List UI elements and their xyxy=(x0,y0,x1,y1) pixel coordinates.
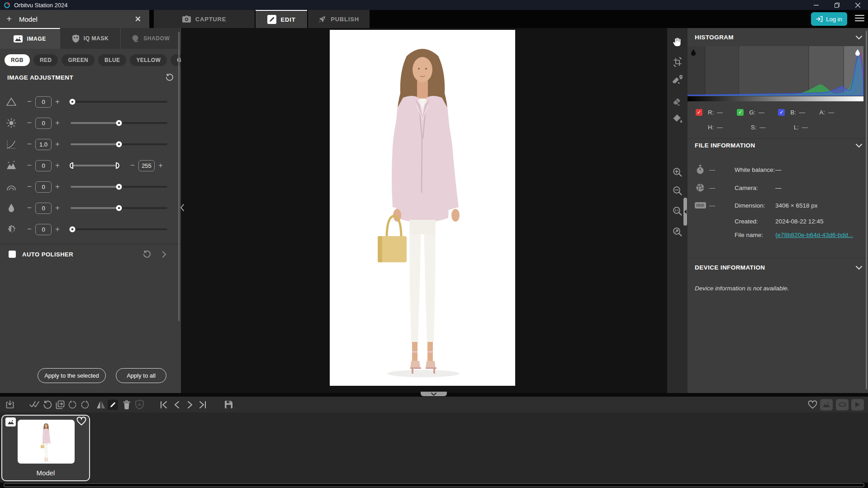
rotation-view-button[interactable] xyxy=(836,399,849,410)
import-button[interactable] xyxy=(5,399,15,410)
gamma-value-field[interactable]: 1.0 xyxy=(35,139,52,150)
delete-button[interactable] xyxy=(121,399,132,410)
thumbnail-favorite-icon[interactable] xyxy=(76,417,86,426)
hue-slider[interactable] xyxy=(71,186,167,188)
levels-max-field[interactable]: 255 xyxy=(138,160,155,171)
file-name-link[interactable]: {e78b820e-b64d-43d6-bdd... xyxy=(775,232,853,238)
histogram-collapse-icon[interactable] xyxy=(856,36,862,39)
flip-horizontal-button[interactable] xyxy=(95,399,106,410)
rotate-cw-button[interactable] xyxy=(80,399,90,410)
channel-red[interactable]: RED xyxy=(33,54,58,66)
brightness-value-field[interactable]: 0 xyxy=(35,118,52,129)
contrast-increase-button[interactable]: + xyxy=(52,225,62,234)
filmstrip-collapse-handle[interactable] xyxy=(421,392,447,396)
contrast-slider[interactable] xyxy=(71,228,167,230)
menu-icon[interactable] xyxy=(855,15,864,21)
first-image-button[interactable] xyxy=(158,399,169,410)
login-button[interactable]: Log in xyxy=(811,12,847,26)
levels-max-handle[interactable] xyxy=(116,162,119,169)
levels-min-field[interactable]: 0 xyxy=(35,160,52,171)
last-image-button[interactable] xyxy=(197,399,208,410)
saturation-value-field[interactable]: 0 xyxy=(35,203,52,214)
blue-channel-checkbox[interactable]: ✓ xyxy=(778,109,785,116)
zoom-in-button[interactable] xyxy=(671,166,684,179)
levels-range-slider[interactable] xyxy=(71,165,119,166)
reset-auto-polisher-icon[interactable] xyxy=(143,250,151,258)
tab-edit[interactable]: EDIT xyxy=(256,10,307,28)
reset-image-button[interactable] xyxy=(42,399,53,410)
thumbnail-model[interactable]: Model xyxy=(1,415,90,481)
tab-image[interactable]: IMAGE xyxy=(0,28,60,49)
tab-shadow[interactable]: SHADOW xyxy=(121,28,181,49)
tab-iq-mask[interactable]: IQ MASK xyxy=(60,28,120,49)
hue-decrease-button[interactable]: − xyxy=(24,182,34,191)
duplicate-button[interactable] xyxy=(55,399,66,410)
zoom-actual-size-button[interactable]: 1:1 xyxy=(671,205,684,218)
rotate-ccw-button[interactable] xyxy=(67,399,78,410)
minimize-button[interactable] xyxy=(806,0,826,10)
contrast-value-field[interactable]: 0 xyxy=(35,224,52,235)
presentation-view-button[interactable] xyxy=(851,399,864,410)
levels-min-increase-button[interactable]: + xyxy=(52,161,62,170)
right-panel-scrollbar[interactable] xyxy=(866,31,867,389)
sharpen-increase-button[interactable]: + xyxy=(52,97,62,106)
channel-green[interactable]: GREEN xyxy=(62,54,95,66)
levels-min-decrease-button[interactable]: − xyxy=(24,161,34,170)
file-information-collapse-icon[interactable] xyxy=(856,144,862,147)
hue-increase-button[interactable]: + xyxy=(52,182,62,191)
saturation-decrease-button[interactable]: − xyxy=(24,204,34,213)
select-all-button[interactable] xyxy=(29,399,40,410)
ai-mask-button[interactable]: AI xyxy=(134,399,145,410)
pan-tool-button[interactable] xyxy=(671,35,684,48)
apply-to-all-button[interactable]: Apply to all xyxy=(116,368,166,383)
green-channel-checkbox[interactable]: ✓ xyxy=(737,109,744,116)
sharpen-decrease-button[interactable]: − xyxy=(24,97,34,106)
reset-adjustments-icon[interactable] xyxy=(166,73,174,81)
favorite-button[interactable] xyxy=(807,399,818,410)
sharpen-value-field[interactable]: 0 xyxy=(35,96,52,108)
edit-mode-button[interactable] xyxy=(108,399,118,410)
close-window-button[interactable] xyxy=(847,0,868,10)
channel-yellow[interactable]: YELLOW xyxy=(130,54,167,66)
collection-tab-model[interactable]: + Model ✕ xyxy=(0,10,149,28)
saturation-increase-button[interactable]: + xyxy=(52,204,62,213)
tab-publish[interactable]: PUBLISH xyxy=(308,10,370,28)
gamma-increase-button[interactable]: + xyxy=(52,140,62,149)
close-collection-icon[interactable]: ✕ xyxy=(135,14,141,24)
auto-polisher-checkbox[interactable] xyxy=(9,251,16,258)
crop-rotate-tool-button[interactable] xyxy=(671,56,684,68)
apply-to-selected-button[interactable]: Apply to the selected xyxy=(38,368,106,383)
save-button[interactable] xyxy=(223,399,234,410)
gallery-view-button[interactable] xyxy=(820,399,833,410)
auto-polisher-expand-icon[interactable] xyxy=(162,251,166,258)
saturation-slider[interactable] xyxy=(71,207,167,209)
mask-eraser-tool-button[interactable] xyxy=(671,74,684,86)
edited-photo[interactable] xyxy=(330,30,515,386)
previous-image-button[interactable] xyxy=(171,399,182,410)
brightness-decrease-button[interactable]: − xyxy=(24,118,34,128)
gamma-decrease-button[interactable]: − xyxy=(24,140,34,149)
collapse-right-panel-handle[interactable] xyxy=(683,198,687,226)
restore-button[interactable] xyxy=(826,0,847,10)
brightness-slider[interactable] xyxy=(71,122,167,124)
filmstrip-scrollbar[interactable] xyxy=(4,483,864,487)
gamma-slider[interactable] xyxy=(71,143,167,145)
channel-rgb[interactable]: RGB xyxy=(5,54,30,66)
tab-capture[interactable]: CAPTURE xyxy=(154,10,255,28)
add-collection-icon[interactable]: + xyxy=(5,14,14,24)
red-channel-checkbox[interactable]: ✓ xyxy=(696,109,702,116)
brightness-increase-button[interactable]: + xyxy=(52,118,62,128)
eraser-tool-button[interactable] xyxy=(671,95,684,107)
levels-max-decrease-button[interactable]: − xyxy=(128,161,138,170)
contrast-decrease-button[interactable]: − xyxy=(24,225,34,234)
sharpen-slider[interactable] xyxy=(71,101,167,103)
zoom-fit-button[interactable] xyxy=(671,226,684,238)
channel-blue[interactable]: BLUE xyxy=(98,54,126,66)
left-panel-scrollbar[interactable] xyxy=(178,32,180,321)
thumbnail-image[interactable] xyxy=(18,420,75,464)
collapse-left-panel-icon[interactable] xyxy=(180,204,185,212)
levels-max-increase-button[interactable]: + xyxy=(156,161,166,170)
device-information-collapse-icon[interactable] xyxy=(856,266,862,270)
levels-min-handle[interactable] xyxy=(70,162,73,169)
hue-value-field[interactable]: 0 xyxy=(35,181,52,193)
